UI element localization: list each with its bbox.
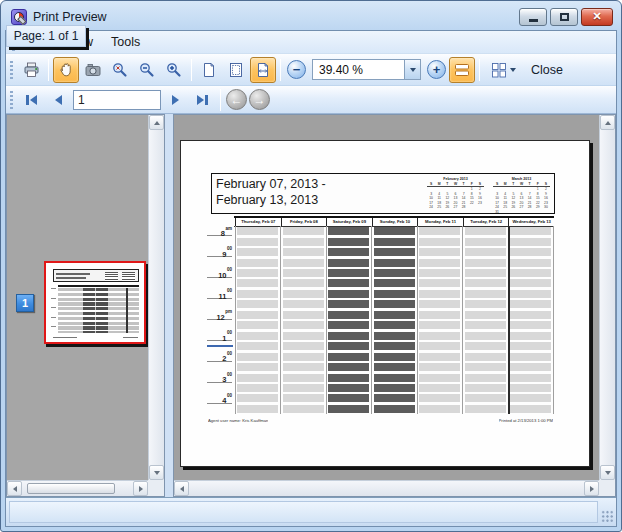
scroll-up-button[interactable] (600, 115, 615, 130)
time-slot (328, 394, 369, 402)
resize-grip[interactable] (601, 510, 614, 523)
multiple-pages-button[interactable] (484, 57, 522, 83)
time-slot (283, 374, 324, 382)
panel-splitter[interactable] (165, 114, 173, 497)
first-page-button[interactable] (19, 89, 44, 111)
zoom-level-value[interactable]: 39.40 % (312, 59, 404, 80)
thumbnail-horizontal-scrollbar[interactable] (7, 480, 148, 496)
calendar-header-box: February 07, 2013 - February 13, 2013 Fe… (211, 173, 555, 214)
time-slot (465, 269, 506, 277)
day-header: Sunday, Feb 10 (372, 218, 418, 226)
time-slot (283, 321, 324, 329)
time-slot (283, 405, 324, 413)
time-slot (419, 384, 460, 392)
scroll-up-button[interactable] (149, 115, 164, 130)
scroll-right-button[interactable] (133, 481, 148, 496)
scrollbar-thumb[interactable] (27, 483, 115, 494)
time-slot (510, 374, 551, 382)
minimize-button[interactable] (519, 8, 547, 26)
time-slot (374, 321, 415, 329)
page-thumbnail[interactable] (44, 261, 146, 344)
scroll-down-button[interactable] (149, 465, 164, 480)
time-slot (374, 279, 415, 287)
mini-calendar-march: March 2013 SMTWTFS 123456789101112131415… (493, 177, 550, 214)
page-number-input[interactable] (73, 90, 161, 110)
time-slot (237, 321, 278, 329)
time-slot (419, 394, 460, 402)
title-bar: Print Preview ✕ (5, 1, 617, 30)
page-width-button[interactable] (250, 57, 276, 83)
print-preview-app-icon (11, 9, 27, 25)
dynamic-zoom-button[interactable] (80, 57, 106, 83)
time-slot (465, 342, 506, 350)
triangle-right-icon (197, 95, 204, 105)
previous-page-button[interactable] (46, 89, 71, 111)
scroll-down-button[interactable] (600, 465, 615, 480)
zoom-out-button[interactable] (134, 57, 160, 83)
page-number-badge[interactable]: 1 (16, 294, 34, 312)
time-slot (237, 353, 278, 361)
time-slot (237, 259, 278, 267)
time-slot (328, 405, 369, 413)
scroll-left-button[interactable] (174, 481, 189, 496)
zoom-in-icon (166, 62, 182, 78)
time-slot (328, 248, 369, 256)
zoom-in-button[interactable] (161, 57, 187, 83)
menu-bar: File View Tools (6, 31, 616, 53)
whole-page-button[interactable] (196, 57, 222, 83)
zoom-combo-dropdown-button[interactable] (404, 59, 421, 80)
zoom-increase-button[interactable]: + (427, 60, 446, 79)
thumbnail-vertical-scrollbar[interactable] (148, 115, 164, 480)
time-slot (374, 394, 415, 402)
print-button[interactable] (18, 57, 44, 83)
time-slot (465, 394, 506, 402)
zoom-level-combobox[interactable]: 39.40 % (312, 59, 421, 80)
preview-vertical-scrollbar[interactable] (599, 115, 615, 480)
day-header: Thursday, Feb 07 (235, 218, 281, 226)
time-slot (328, 311, 369, 319)
time-slot (283, 332, 324, 340)
triangle-down-icon (154, 471, 160, 475)
time-slot (510, 269, 551, 277)
date-range-title: February 07, 2013 - February 13, 2013 (216, 176, 326, 208)
scroll-left-button[interactable] (7, 481, 22, 496)
time-slot (419, 259, 460, 267)
continuous-view-button[interactable] (449, 57, 475, 83)
triangle-left-icon (30, 95, 37, 105)
scrollbar-corner (599, 480, 615, 496)
time-slot (374, 332, 415, 340)
time-slot (374, 353, 415, 361)
time-slot (419, 238, 460, 246)
current-time-indicator (207, 345, 233, 347)
close-window-button[interactable]: ✕ (581, 8, 613, 26)
menu-tools[interactable]: Tools (102, 33, 149, 51)
time-slot (419, 227, 460, 235)
back-button[interactable]: ← (226, 89, 247, 110)
time-slot (374, 259, 415, 267)
toolbar-grip[interactable] (10, 61, 13, 79)
time-slot (510, 405, 551, 413)
forward-button[interactable]: → (249, 89, 270, 110)
toolbar-grip[interactable] (10, 91, 13, 109)
column-separator (235, 226, 236, 414)
close-preview-button[interactable]: Close (523, 60, 571, 80)
time-slot (419, 269, 460, 277)
time-slot (419, 248, 460, 256)
triangle-right-icon (590, 486, 594, 492)
last-page-button[interactable] (190, 89, 215, 111)
date-range-line2: February 13, 2013 (216, 192, 326, 208)
time-slot (465, 332, 506, 340)
preview-horizontal-scrollbar[interactable] (174, 480, 599, 496)
next-page-button[interactable] (163, 89, 188, 111)
triangle-up-icon (154, 121, 160, 125)
time-slot (465, 311, 506, 319)
pan-tool-button[interactable] (53, 57, 79, 83)
interactive-zoom-button[interactable] (107, 57, 133, 83)
scroll-right-button[interactable] (584, 481, 599, 496)
maximize-button[interactable] (550, 8, 578, 26)
time-label: 400 (207, 393, 232, 403)
column-separator (326, 226, 327, 414)
zoom-decrease-button[interactable]: − (287, 60, 306, 79)
time-slot (283, 394, 324, 402)
page-margins-button[interactable] (223, 57, 249, 83)
